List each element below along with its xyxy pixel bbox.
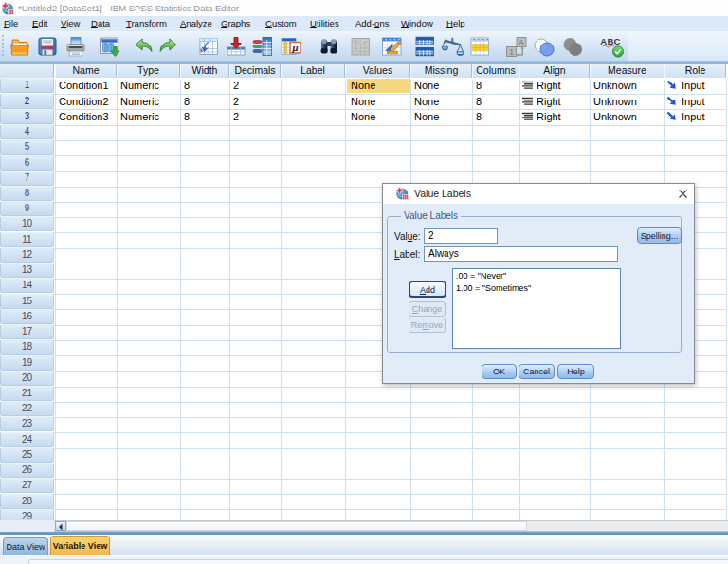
- svg-text:ABC: ABC: [600, 36, 620, 46]
- svg-text:A: A: [519, 38, 525, 47]
- svg-text:μ: μ: [292, 42, 299, 53]
- svg-text:1: 1: [509, 47, 514, 57]
